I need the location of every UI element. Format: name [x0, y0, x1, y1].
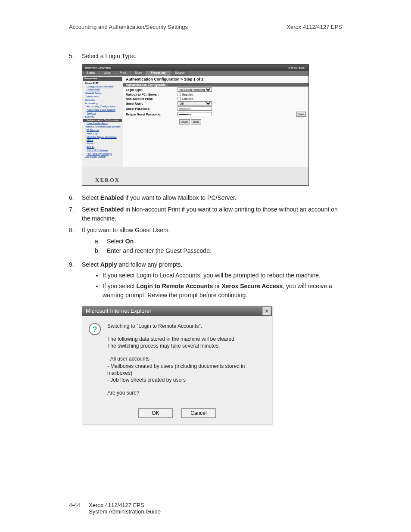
sidebar-item[interactable]: Security	[83, 115, 122, 119]
tab-print[interactable]: Print	[115, 71, 131, 76]
guest-user-select[interactable]: Off	[177, 101, 212, 106]
step-5-num: 5.	[69, 52, 82, 61]
header-right: Xerox 4112/4127 EPS	[286, 24, 342, 30]
sidebar-item[interactable]: General Setup	[83, 92, 122, 95]
dialog-line4: Are you sure?	[107, 389, 266, 396]
ok-button[interactable]: OK	[138, 408, 173, 418]
tab-properties[interactable]: Properties	[146, 71, 171, 76]
step-7-num: 7.	[69, 205, 82, 223]
guest-pass-label: Guest Passcode:	[126, 107, 177, 110]
retype-label: Retype Guest Passcode:	[126, 113, 177, 116]
tab-scan[interactable]: Scan	[131, 71, 146, 76]
step-6-num: 6.	[69, 193, 82, 202]
step-8-text: If you want to allow Guest Users: a. Sel…	[82, 226, 342, 258]
sidebar-item[interactable]: Accounting	[83, 102, 122, 106]
cancel-button[interactable]: Cancel	[181, 408, 216, 418]
close-icon[interactable]: ×	[262, 307, 271, 315]
screenshot-ie-dialog: Microsoft Internet Explorer × ? Switchin…	[82, 306, 272, 425]
step-9-num: 9.	[69, 260, 82, 302]
sidebar-item[interactable]: Audit Log	[83, 132, 122, 136]
shot1-logo: XEROX	[82, 167, 308, 185]
shot1-breadcrumb: Authentication Configuration > Step 1 of…	[123, 76, 308, 83]
step-9-bullet-1: If you select Login to Local Accounts, y…	[103, 271, 342, 280]
sidebar-header: Properties	[83, 77, 122, 81]
svg-text:?: ?	[92, 324, 97, 333]
sidebar-item[interactable]: Accounting Login Screen Settings	[83, 109, 122, 115]
step-5-text: Select a Login Type.	[82, 52, 342, 61]
sidebar-item[interactable]: SSL / TLS Settings	[83, 149, 122, 152]
shot1-title-right: Xerox 4127	[288, 66, 306, 70]
shot1-title-left: Internet Services	[85, 66, 111, 70]
nonacct-checkbox[interactable]	[177, 97, 181, 100]
shot1-tabs: Status Jobs Print Scan Properties Suppor…	[82, 71, 308, 76]
footer-page-num: 4-44	[69, 502, 80, 515]
guest-user-label: Guest User:	[126, 102, 177, 105]
tab-jobs[interactable]: Jobs	[100, 71, 115, 76]
sidebar-item[interactable]: Configuration Overview	[83, 85, 122, 89]
screenshot-internet-services: Internet Services Xerox 4127 Status Jobs…	[82, 64, 309, 186]
footer-line1: Xerox 4112/4127 EPS	[89, 502, 144, 508]
guest-pass-input[interactable]	[177, 106, 212, 111]
footer-line2: System Administration Guide	[89, 508, 161, 515]
sidebar-item[interactable]: Connectivity	[83, 95, 122, 99]
nonacct-label: Non-account Print:	[126, 97, 177, 100]
sidebar-device: Xerox 4127	[83, 82, 122, 85]
sidebar-item[interactable]: User Details Setup	[83, 122, 122, 125]
shot1-section-header: Authentication Configuration	[123, 83, 308, 87]
login-type-label: Login Type:	[126, 88, 177, 91]
step-9-text: Select Apply and follow any prompts. If …	[82, 260, 342, 302]
sidebar-item[interactable]: IP Filtering	[83, 129, 122, 132]
step-6-text: Select Enabled if you want to allow Mail…	[82, 193, 342, 202]
step-8-num: 8.	[69, 226, 82, 258]
sidebar-item[interactable]: Services	[83, 99, 122, 102]
sidebar-item[interactable]: IPSec	[83, 142, 122, 146]
mailbox-label: Mailbox to PC / Server:	[126, 93, 177, 96]
mailbox-checkbox[interactable]	[177, 93, 181, 96]
sidebar-item[interactable]: PDF Security Settings	[83, 152, 122, 156]
sidebar-item-active[interactable]: Authentication Configuration	[83, 119, 122, 122]
page-header: Accounting and Authentication/Security S…	[69, 24, 342, 30]
step-7-text: Select Enabled in Non-account Print if y…	[82, 205, 342, 223]
sidebar-item[interactable]: Accounting Configuration	[83, 105, 122, 109]
sidebar-item[interactable]: 802.1x	[83, 146, 122, 149]
tab-support[interactable]: Support	[171, 71, 190, 76]
question-icon: ?	[88, 323, 101, 403]
step-9-bullet-2: If you select Login to Remote Accounts o…	[103, 282, 342, 300]
login-type-select[interactable]: No Login Required	[177, 87, 212, 92]
shot1-sidebar: Properties Xerox 4127 Configuration Over…	[82, 76, 123, 167]
page-footer: 4-44 Xerox 4112/4127 EPS System Administ…	[69, 502, 161, 515]
sidebar-item[interactable]: Description	[83, 88, 122, 92]
dialog-line1: Switching to "Login to Remote Accounts".	[107, 323, 266, 330]
header-left: Accounting and Authentication/Security S…	[69, 24, 188, 30]
tab-status[interactable]: Status	[82, 71, 100, 76]
sidebar-item[interactable]: Job Status Default	[83, 156, 122, 159]
dialog-line3: - All user accounts - Mailboxes created …	[107, 355, 266, 383]
undo-button[interactable]: Undo	[191, 119, 201, 124]
next-button[interactable]: Next	[296, 112, 306, 117]
dialog-title: Microsoft Internet Explorer	[86, 308, 151, 314]
sidebar-item[interactable]: Remote Authentication Servers	[83, 125, 122, 129]
apply-button[interactable]: Apply	[179, 119, 190, 124]
sidebar-item[interactable]: Machine Digital Certificate Mana	[83, 136, 122, 143]
retype-pass-input[interactable]	[177, 112, 212, 116]
dialog-line2: The following data stored in the machine…	[107, 336, 266, 349]
